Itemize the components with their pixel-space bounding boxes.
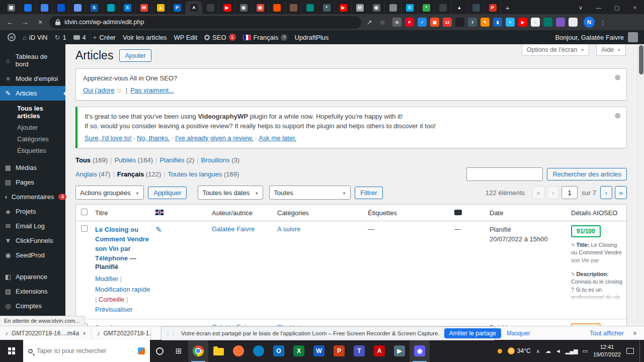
show-all-downloads-link[interactable]: Tout afficher bbox=[590, 330, 624, 337]
analytics-ext-icon[interactable]: ▮ bbox=[493, 18, 502, 27]
author-link[interactable]: Galatée Faivre bbox=[212, 225, 255, 233]
tab-11[interactable]: P bbox=[169, 1, 186, 14]
taskbar-search-input[interactable] bbox=[37, 347, 122, 354]
battery-icon[interactable]: ▭ bbox=[583, 348, 588, 354]
taskbar-acrobat-button[interactable]: A bbox=[369, 340, 389, 362]
filter-drafts[interactable]: Brouillons (3) bbox=[201, 156, 239, 164]
checker-ext-icon[interactable]: ✓ bbox=[418, 18, 427, 27]
trash-action[interactable]: Corbeille bbox=[99, 296, 128, 303]
tab-search-icon[interactable]: ∨ bbox=[572, 1, 590, 14]
youtube-ext-icon[interactable]: ▶ bbox=[518, 18, 527, 27]
updraftplus-menu[interactable]: UpdraftPlus bbox=[291, 30, 332, 44]
taskbar-firefox-button[interactable] bbox=[228, 340, 249, 362]
taskbar-weather[interactable]: 34°C bbox=[508, 347, 531, 354]
aioseo-yes-link[interactable]: Oui j'adore☺ bbox=[83, 86, 123, 94]
facebook-ext-icon[interactable]: f bbox=[468, 18, 477, 27]
post-title-link[interactable]: Le Closing ou Comment Vendre son Vin par… bbox=[95, 226, 149, 262]
sidebar-item-clickfunnels[interactable]: ▼ClickFunnels bbox=[0, 233, 65, 248]
tab-24[interactable] bbox=[385, 1, 401, 14]
taskbar-loom-button[interactable]: ◉ bbox=[410, 340, 430, 362]
help-toggle[interactable]: Aide ▼ bbox=[596, 44, 626, 56]
tray-expand-icon[interactable]: ∧ bbox=[536, 348, 540, 354]
new-content-menu[interactable]: + Créer bbox=[90, 30, 119, 44]
aioseo-no-link[interactable]: Pas vraiment... bbox=[130, 86, 174, 94]
cortana-button[interactable] bbox=[150, 340, 169, 362]
network-icon[interactable]: ▂▄▆ bbox=[566, 348, 578, 354]
tab-23[interactable]: ◍ bbox=[368, 1, 385, 14]
taskbar-teams-button[interactable]: T bbox=[349, 340, 369, 362]
bulk-actions-select[interactable]: Actions groupées bbox=[75, 186, 144, 200]
next-page-button[interactable]: › bbox=[600, 186, 612, 199]
videography-link-4[interactable]: Ask me later. bbox=[259, 134, 296, 142]
sidebar-item-pages[interactable]: ▤Pages bbox=[0, 175, 65, 190]
bookmark-star-icon[interactable]: ☆ bbox=[377, 19, 387, 26]
tab-4[interactable] bbox=[53, 1, 69, 14]
add-post-button[interactable]: Ajouter bbox=[119, 49, 151, 62]
lang-filter-french[interactable]: Français (122) bbox=[117, 170, 161, 178]
aioseo-score-badge[interactable]: 91/100 bbox=[571, 225, 601, 237]
wave-ext-icon[interactable]: ≈ bbox=[506, 18, 515, 27]
new-tab-button[interactable]: + bbox=[501, 1, 514, 14]
edit-action[interactable]: Modifier bbox=[95, 275, 122, 283]
tab-25[interactable]: S bbox=[401, 1, 418, 14]
videography-link-3[interactable]: I've already given a review. bbox=[175, 134, 259, 142]
taskbar-search[interactable] bbox=[23, 340, 150, 362]
taskbar-file-explorer-button[interactable] bbox=[208, 340, 228, 362]
filter-all[interactable]: Tous (169) bbox=[75, 156, 108, 164]
sidebar-item-plugins[interactable]: ▨Extensions bbox=[0, 284, 65, 299]
site-name-menu[interactable]: ⌂ iD ViN bbox=[19, 30, 51, 44]
tab-29[interactable] bbox=[468, 1, 485, 14]
address-bar[interactable]: idvin.com/wp-admin/edit.php bbox=[49, 16, 361, 29]
comments-menu[interactable]: 4 bbox=[70, 30, 90, 44]
tab-17[interactable] bbox=[269, 1, 285, 14]
lang-filter-english[interactable]: Anglais (47) bbox=[75, 170, 110, 178]
puzzle-ext-icon[interactable] bbox=[556, 18, 565, 27]
tab-7[interactable] bbox=[103, 1, 119, 14]
12min-ext-icon[interactable]: 12 bbox=[443, 18, 452, 27]
tab-18[interactable] bbox=[285, 1, 302, 14]
screenshot-ext-icon[interactable]: G bbox=[392, 18, 401, 27]
share-icon[interactable]: ↗ bbox=[364, 19, 374, 26]
pinterest-ext-icon[interactable]: P bbox=[405, 18, 414, 27]
edit-seo-description-icon[interactable]: ✎ bbox=[571, 272, 575, 277]
tab-12[interactable]: A bbox=[186, 1, 202, 14]
last-page-button[interactable]: » bbox=[615, 186, 627, 199]
tab-1[interactable]: ▤ bbox=[3, 1, 20, 14]
onedrive-icon[interactable]: ☁ bbox=[545, 348, 551, 354]
preview-action[interactable]: Prévisualiser bbox=[95, 306, 132, 313]
sidebar-item-comments[interactable]: ◖Commentaires4 bbox=[0, 190, 65, 204]
seo-menu[interactable]: SEO 1 bbox=[201, 30, 239, 44]
search-posts-button[interactable]: Rechercher des articles bbox=[547, 168, 627, 180]
apply-button[interactable]: Appliquer bbox=[148, 187, 187, 199]
taskbar-outlook-button[interactable]: O bbox=[269, 340, 289, 362]
sidebar-item-media[interactable]: ▦Médias bbox=[0, 160, 65, 175]
sidebar-subitem-tags[interactable]: Étiquettes bbox=[0, 145, 65, 156]
taskbar-word-button[interactable]: W bbox=[309, 340, 329, 362]
tab-30[interactable]: P bbox=[485, 1, 501, 14]
select-all-checkbox[interactable] bbox=[81, 209, 88, 215]
drag-handle-icon[interactable]: ⋮⋮ bbox=[166, 331, 177, 336]
tab-22[interactable]: M bbox=[352, 1, 368, 14]
volume-icon[interactable]: ◄ bbox=[555, 348, 561, 354]
action-center-icon[interactable] bbox=[626, 348, 634, 354]
taskbar-clock[interactable]: 12:41 19/07/2022 bbox=[593, 343, 621, 358]
tab-20[interactable]: * bbox=[318, 1, 335, 14]
tab-26[interactable]: * bbox=[418, 1, 435, 14]
taskbar-powerpoint-button[interactable]: P bbox=[329, 340, 349, 362]
taskbar-chrome-button[interactable] bbox=[188, 340, 208, 362]
lang-filter-all-languages[interactable]: Toutes les langues (169) bbox=[168, 170, 239, 178]
scrollbar-thumb[interactable] bbox=[639, 45, 643, 74]
sidebar-item-projects[interactable]: ◈Projets bbox=[0, 204, 65, 219]
sidebar-item-posts[interactable]: ✎Articles bbox=[0, 86, 65, 101]
back-icon[interactable]: ← bbox=[4, 18, 16, 26]
edit-translation-icon[interactable]: ✎ bbox=[155, 225, 162, 234]
tab-13[interactable] bbox=[202, 1, 219, 14]
forward-icon[interactable]: → bbox=[19, 18, 31, 26]
videography-link-2[interactable]: No, thanks. bbox=[137, 134, 175, 142]
dismiss-notice-icon[interactable]: ⊗ bbox=[614, 112, 621, 119]
dates-filter-select[interactable]: Toutes les dates bbox=[198, 186, 263, 200]
close-button[interactable]: × bbox=[626, 1, 644, 14]
dismiss-notice-icon[interactable]: ⊗ bbox=[614, 73, 621, 81]
category-link[interactable]: A suivre bbox=[277, 225, 300, 233]
search-highlights-icon[interactable] bbox=[138, 347, 145, 354]
